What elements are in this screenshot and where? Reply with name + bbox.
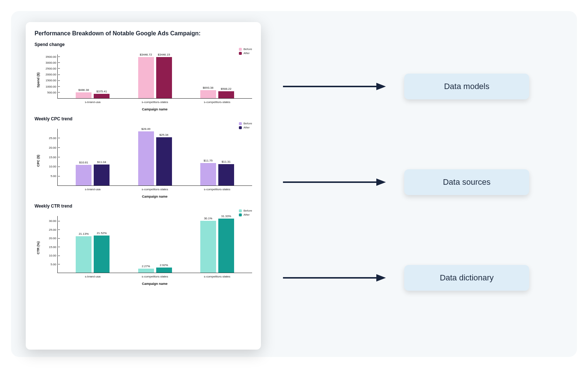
chart-header: Spend change <box>35 42 252 47</box>
chart-category-label: s-brand-usa <box>85 98 101 104</box>
chart-ytick: 5.00 <box>50 174 58 178</box>
chart-xlabel: Campaign name <box>57 195 252 198</box>
chart-bar: 30.1% <box>200 221 216 273</box>
pill-data-dictionary: Data dictionary <box>404 265 529 291</box>
chart-category-label: s-competitors-states <box>204 98 230 104</box>
chart-cpc: Weekly CPC trendCPC ($)BeforeAfter5.0010… <box>35 116 252 198</box>
diagram-stage: Performance Breakdown of Notable Google … <box>11 11 577 357</box>
chart-ytick: 500.00 <box>47 91 58 94</box>
chart-ytick: 3500.00 <box>46 55 58 58</box>
chart-spend: Spend changeSpend ($)BeforeAfter500.0010… <box>35 42 252 111</box>
chart-bar-label: 21.13% <box>79 232 89 236</box>
chart-ytick: 30.00 <box>49 219 58 223</box>
chart-category-label: s-competitors-states <box>204 273 230 278</box>
card-title: Performance Breakdown of Notable Google … <box>35 30 252 37</box>
chart-ytick: 10.00 <box>49 254 58 257</box>
chart-bar: $3446.72 <box>138 57 154 98</box>
legend-swatch <box>239 209 242 212</box>
chart-bar-group: 30.1%31.33% <box>200 219 234 273</box>
chart-bar-label: $375.41 <box>96 90 107 94</box>
plot-area: 5.0010.0015.0020.0025.0030.0021.13%21.52… <box>57 216 252 273</box>
chart-ytick: 20.00 <box>49 237 58 240</box>
chart-category-label: s-brand-usa <box>85 185 101 191</box>
chart-ytick: 5.00 <box>50 262 58 266</box>
chart-bar-label: $25.34 <box>159 133 168 137</box>
chart-ytick: 3000.00 <box>46 61 58 64</box>
legend-label: Before <box>243 47 252 51</box>
chart-bar: 2.27% <box>138 269 154 273</box>
chart-bar-label: $28.49 <box>141 127 150 131</box>
chart-bar-group: $486.38$375.41 <box>76 92 110 98</box>
arrow-row-0: Data models <box>283 74 562 99</box>
chart-ylabel: CTR (%) <box>35 210 42 286</box>
chart-category-label: s-competitors-states <box>141 273 168 278</box>
chart-xlabel: Campaign name <box>57 282 252 286</box>
chart-bar: $25.34 <box>156 137 172 185</box>
arrow-row-2: Data dictionary <box>283 265 562 291</box>
svg-marker-3 <box>376 178 386 186</box>
chart-legend: BeforeAfter <box>239 47 252 55</box>
legend-swatch <box>239 48 242 51</box>
chart-ylabel: CPC ($) <box>35 123 42 198</box>
chart-bar: 2.92% <box>156 268 172 273</box>
chart-bar: $11.04 <box>94 164 110 185</box>
chart-category-label: s-competitors-states <box>141 185 168 191</box>
chart-bar: $28.49 <box>138 131 154 185</box>
chart-bar-label: $11.75 <box>204 159 212 163</box>
pill-data-sources: Data sources <box>404 169 529 195</box>
legend-swatch <box>239 122 242 125</box>
chart-legend: BeforeAfter <box>239 121 252 130</box>
chart-bar-label: $588.22 <box>221 87 232 91</box>
chart-ylabel: Spend ($) <box>35 49 42 111</box>
chart-category-label: s-competitors-states <box>141 98 168 104</box>
pill-data-models: Data models <box>404 74 529 99</box>
chart-ytick: 2500.00 <box>46 67 58 70</box>
chart-ytick: 15.00 <box>49 245 58 248</box>
chart-bar: $588.22 <box>218 91 234 98</box>
chart-bar: $375.41 <box>94 94 110 98</box>
chart-bar: 21.13% <box>76 236 92 273</box>
svg-marker-1 <box>376 83 386 90</box>
chart-bar: $486.38 <box>76 92 92 98</box>
chart-ytick: 1000.00 <box>46 85 58 88</box>
chart-bar-group: $28.49$25.34 <box>138 131 172 185</box>
chart-header: Weekly CTR trend <box>35 204 252 209</box>
chart-bar-label: $3446.15 <box>158 53 170 57</box>
chart-ytick: 15.00 <box>49 155 58 159</box>
legend-label: Before <box>243 209 252 213</box>
chart-bar-group: 2.27%2.92% <box>138 268 172 273</box>
chart-bar-label: 31.33% <box>221 215 231 219</box>
chart-bar: $693.38 <box>200 90 216 98</box>
chart-bar-group: $3446.72$3446.15 <box>138 57 172 98</box>
chart-ytick: 10.00 <box>49 165 58 168</box>
chart-ytick: 1500.00 <box>46 79 58 82</box>
chart-bar-label: $11.31 <box>222 160 230 164</box>
chart-bar-label: $3446.72 <box>140 53 152 57</box>
chart-bar: $3446.15 <box>156 57 172 98</box>
chart-bar-label: $693.38 <box>203 86 214 90</box>
chart-xlabel: Campaign name <box>57 107 252 111</box>
plot-area: 5.0010.0015.0020.0025.00$10.81$11.04s-br… <box>57 129 252 186</box>
chart-bar-group: $693.38$588.22 <box>200 90 234 98</box>
chart-legend: BeforeAfter <box>239 209 252 217</box>
chart-bar: $11.75 <box>200 163 216 185</box>
chart-bar-group: $10.81$11.04 <box>76 164 110 185</box>
right-column: Data models Data sources Data dictionary <box>283 22 562 346</box>
chart-ytick: 25.00 <box>49 136 58 139</box>
chart-bar-label: $11.04 <box>97 160 106 164</box>
chart-bar: 31.33% <box>218 219 234 273</box>
chart-bar-label: $10.81 <box>79 161 88 165</box>
chart-header: Weekly CPC trend <box>35 116 252 121</box>
chart-ytick: 2000.00 <box>46 73 58 76</box>
arrow-icon <box>283 273 386 283</box>
report-card: Performance Breakdown of Notable Google … <box>26 22 261 350</box>
chart-ctr: Weekly CTR trendCTR (%)BeforeAfter5.0010… <box>35 204 252 286</box>
chart-bar-label: 21.52% <box>97 231 107 236</box>
svg-marker-5 <box>376 274 386 282</box>
chart-bar-label: 2.92% <box>160 263 168 268</box>
chart-ytick: 25.00 <box>49 228 58 231</box>
arrow-icon <box>283 177 386 187</box>
chart-bar-group: $11.75$11.31 <box>200 163 234 185</box>
chart-ytick: 20.00 <box>49 146 58 149</box>
chart-bar-group: 21.13%21.52% <box>76 236 110 273</box>
